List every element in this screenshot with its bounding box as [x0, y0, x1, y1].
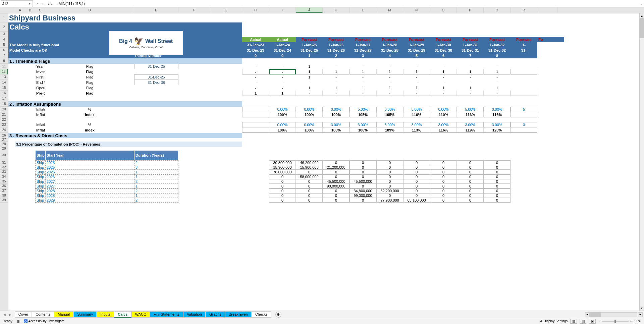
- row-header-32[interactable]: 32: [0, 165, 8, 170]
- flag-val-5-6[interactable]: -: [403, 91, 430, 96]
- inflation-val-1-5[interactable]: 105%: [376, 112, 403, 117]
- zoom-level[interactable]: 90%: [635, 319, 641, 323]
- flag-val-4-10[interactable]: [511, 85, 537, 91]
- flag-val-0-5[interactable]: -: [376, 64, 403, 69]
- row-header-23[interactable]: 23: [0, 122, 8, 127]
- inflation-val-4-10[interactable]: [511, 127, 537, 133]
- flag-val-3-2[interactable]: -: [296, 80, 323, 85]
- tab-prev-icon[interactable]: ►: [8, 313, 12, 317]
- ship-val-0-8[interactable]: 0: [484, 160, 511, 165]
- zoom-slider[interactable]: − +: [598, 319, 632, 323]
- row-header-33[interactable]: 33: [0, 170, 8, 174]
- inflation-val-0-0[interactable]: [242, 107, 269, 112]
- row-header-16[interactable]: 16: [0, 91, 8, 96]
- view-normal-icon[interactable]: ▦: [570, 319, 577, 324]
- flag-val-1-5[interactable]: 1: [376, 69, 403, 74]
- flag-val-2-9[interactable]: -: [484, 74, 511, 80]
- ship-val-5-0[interactable]: 0: [269, 184, 296, 188]
- ship-val-3-5[interactable]: 0: [403, 174, 430, 179]
- flag-val-1-6[interactable]: 1: [403, 69, 430, 74]
- ship-val-3-3[interactable]: 0: [350, 174, 376, 179]
- inflation-val-0-5[interactable]: 0.00%: [376, 107, 403, 112]
- flag-val-4-1[interactable]: -: [269, 85, 296, 91]
- flag-val-2-0[interactable]: -: [242, 74, 269, 80]
- ship-val-8-8[interactable]: 0: [484, 198, 511, 203]
- tab-summary[interactable]: Summary: [73, 311, 97, 318]
- row-header-15[interactable]: 15: [0, 85, 8, 91]
- flag-val-2-10[interactable]: [511, 74, 537, 80]
- row-header-18[interactable]: 18: [0, 101, 8, 107]
- flag-val-1-7[interactable]: 1: [430, 69, 457, 74]
- hscroll-right-icon[interactable]: ►: [638, 312, 643, 317]
- inflation-val-2-3[interactable]: [323, 117, 350, 122]
- inflation-val-2-1[interactable]: [269, 117, 296, 122]
- ship-val-7-0[interactable]: 0: [269, 193, 296, 198]
- inflation-val-4-5[interactable]: 109%: [376, 127, 403, 133]
- inflation-val-0-8[interactable]: 5.00%: [457, 107, 484, 112]
- ship-val-5-8[interactable]: 0: [484, 184, 511, 188]
- ship-val-2-0[interactable]: 78,000,000: [269, 170, 296, 174]
- ship-val-7-1[interactable]: 0: [296, 193, 323, 198]
- ship-val-8-3[interactable]: 0: [350, 198, 376, 203]
- tab-calcs[interactable]: Calcs: [114, 311, 131, 318]
- inflation-val-0-4[interactable]: 5.00%: [350, 107, 376, 112]
- ship-val-1-0[interactable]: 15,900,000: [269, 165, 296, 170]
- col-header-N[interactable]: N: [403, 7, 430, 13]
- tab-graphs[interactable]: Graphs: [206, 311, 225, 318]
- row-header-36[interactable]: 36: [0, 184, 8, 188]
- inflation-val-1-10[interactable]: [511, 112, 537, 117]
- row-header-2[interactable]: 2: [0, 22, 8, 32]
- flag-val-4-6[interactable]: 1: [403, 85, 430, 91]
- col-header-K[interactable]: K: [323, 7, 350, 13]
- inflation-val-3-2[interactable]: 0.00%: [296, 122, 323, 127]
- flag-val-4-4[interactable]: 1: [350, 85, 376, 91]
- flag-val-1-1[interactable]: -: [269, 69, 296, 74]
- col-header-C[interactable]: C: [35, 7, 45, 13]
- macro-icon[interactable]: ▦: [16, 319, 19, 323]
- ship-val-0-5[interactable]: 0: [403, 160, 430, 165]
- ship-val-0-7[interactable]: 0: [457, 160, 484, 165]
- inflation-val-3-8[interactable]: 3.00%: [457, 122, 484, 127]
- ship-val-3-8[interactable]: 0: [484, 174, 511, 179]
- flag-val-0-4[interactable]: -: [350, 64, 376, 69]
- flag-val-0-7[interactable]: -: [430, 64, 457, 69]
- tab-break-even[interactable]: Break Even: [225, 311, 252, 318]
- row-header-6[interactable]: 6: [0, 48, 8, 53]
- expand-formula-icon[interactable]: ⌄: [638, 1, 644, 6]
- flag-val-3-3[interactable]: -: [323, 80, 350, 85]
- tab-valuation[interactable]: Valuation: [183, 311, 206, 318]
- ship-val-0-6[interactable]: 0: [430, 160, 457, 165]
- ship-val-7-8[interactable]: 0: [484, 193, 511, 198]
- tab-wacc[interactable]: WACC: [131, 311, 150, 318]
- flag-val-5-2[interactable]: -: [296, 91, 323, 96]
- ship-val-6-6[interactable]: 0: [430, 188, 457, 193]
- flag-val-3-5[interactable]: -: [376, 80, 403, 85]
- ship-val-4-4[interactable]: 0: [376, 179, 403, 184]
- ship-val-3-4[interactable]: 0: [376, 174, 403, 179]
- ship-val-5-1[interactable]: 0: [296, 184, 323, 188]
- inflation-val-2-7[interactable]: [430, 117, 457, 122]
- ship-val-8-2[interactable]: 0: [323, 198, 350, 203]
- tab-cover[interactable]: Cover: [15, 311, 32, 318]
- formula-input[interactable]: =MIN(J11+J15,1): [55, 2, 638, 6]
- inflation-val-2-6[interactable]: [403, 117, 430, 122]
- row-header-35[interactable]: 35: [0, 179, 8, 184]
- ship-val-6-2[interactable]: 0: [323, 188, 350, 193]
- flag-val-5-1[interactable]: 1: [269, 91, 296, 96]
- ship-val-5-2[interactable]: 90,000,000: [323, 184, 350, 188]
- flag-val-4-2[interactable]: 1: [296, 85, 323, 91]
- col-header-P[interactable]: P: [457, 7, 484, 13]
- ship-val-4-0[interactable]: 0: [269, 179, 296, 184]
- horizontal-scrollbar[interactable]: ◄ ►: [281, 312, 644, 317]
- col-header-Q[interactable]: Q: [484, 7, 511, 13]
- flag-val-4-5[interactable]: 1: [376, 85, 403, 91]
- ship-val-8-5[interactable]: 65,100,000: [403, 198, 430, 203]
- flag-val-5-4[interactable]: -: [350, 91, 376, 96]
- col-header-B[interactable]: B: [25, 7, 35, 13]
- ship-val-1-3[interactable]: 0: [350, 165, 376, 170]
- ship-val-6-5[interactable]: 0: [403, 188, 430, 193]
- ship-val-7-3[interactable]: 99,000,000: [350, 193, 376, 198]
- ship-val-4-3[interactable]: 45,500,000: [350, 179, 376, 184]
- ship-val-8-0[interactable]: 0: [269, 198, 296, 203]
- zoom-in-icon[interactable]: +: [630, 319, 632, 323]
